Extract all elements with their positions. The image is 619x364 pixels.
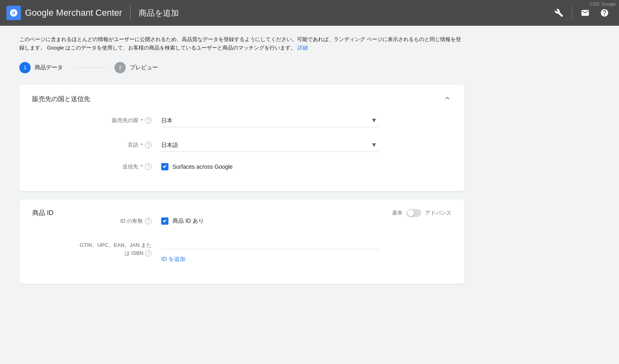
- add-id-link[interactable]: ID を追加: [161, 256, 185, 263]
- has-id-label: ID の有無 ?: [32, 217, 161, 225]
- language-select[interactable]: 日本語: [161, 139, 379, 152]
- destination-collapse-button[interactable]: [443, 94, 451, 104]
- gtin-input[interactable]: [161, 236, 379, 249]
- has-id-checkbox[interactable]: [161, 217, 168, 225]
- language-row: 言語* ? 日本語 ▼: [32, 139, 451, 152]
- country-select-wrapper: 日本 ▼: [161, 114, 379, 127]
- destination-card-header: 販売先の国と送信先: [32, 94, 451, 104]
- gtin-label-line2: は ISBN ?: [125, 250, 152, 257]
- app-name: Google Merchant Center: [25, 8, 122, 18]
- has-id-checkbox-row: 商品 ID あり: [161, 217, 379, 225]
- step-1-circle: 1: [19, 62, 31, 73]
- has-id-row: ID の有無 ? 商品 ID あり: [32, 217, 451, 225]
- language-label: 言語* ?: [32, 141, 161, 149]
- has-id-control: 商品 ID あり: [161, 217, 379, 225]
- toggle-group: 基本 アドバンス: [392, 209, 451, 217]
- country-control: 日本 ▼: [161, 114, 379, 127]
- gtin-info-icon[interactable]: ?: [145, 250, 152, 256]
- destination-control: Surfaces across Google: [161, 163, 379, 170]
- header-divider: [130, 6, 131, 20]
- destination-label: 送信先* ?: [32, 163, 161, 170]
- toggle-switch[interactable]: [407, 209, 421, 217]
- step-2-circle: 2: [114, 62, 126, 73]
- step-2: 2 プレビュー: [114, 62, 158, 73]
- product-id-card-header: 商品 ID 基本 アドバンス: [32, 209, 451, 217]
- main-content: このページに含まれるほとんどの情報がユーザーに公開されるため、高品質なデータを登…: [0, 26, 484, 302]
- product-id-card-title: 商品 ID: [32, 209, 53, 217]
- step-1: 1 商品データ: [19, 62, 63, 73]
- has-id-info-icon[interactable]: ?: [145, 218, 152, 224]
- header-icon-divider: [572, 6, 572, 19]
- header-logo: Google Merchant Center: [6, 6, 122, 20]
- destination-info-icon[interactable]: ?: [145, 163, 152, 170]
- detail-link[interactable]: 詳細: [297, 45, 308, 51]
- gtin-control: ID を追加: [161, 236, 379, 263]
- destination-card: 販売先の国と送信先 販売先の国* ? 日本 ▼: [19, 85, 464, 191]
- app-header: Google Merchant Center 商品を追加 CSS: Google: [0, 0, 619, 26]
- language-select-wrapper: 日本語 ▼: [161, 139, 379, 152]
- step-connector: [73, 67, 105, 68]
- country-label: 販売先の国* ?: [32, 117, 161, 124]
- destination-checkbox-row: Surfaces across Google: [161, 163, 379, 170]
- gtin-label: GTIN、UPC、EAN、JAN また は ISBN ?: [32, 242, 161, 257]
- step-2-label: プレビュー: [130, 64, 158, 71]
- gtin-label-line1: GTIN、UPC、EAN、JAN また: [80, 242, 152, 249]
- language-info-icon[interactable]: ?: [145, 142, 152, 148]
- google-logo-icon: [6, 6, 21, 20]
- gtin-row: GTIN、UPC、EAN、JAN また は ISBN ? ID を追加: [32, 236, 451, 263]
- page-title: 商品を追加: [139, 8, 179, 19]
- css-label: CSS: Google: [587, 0, 619, 8]
- destination-row: 送信先* ? Surfaces across Google: [32, 163, 451, 170]
- toggle-advanced-label: アドバンス: [425, 209, 451, 217]
- country-info-icon[interactable]: ?: [145, 117, 152, 124]
- product-id-card: 商品 ID 基本 アドバンス ID の有無 ? 商品: [19, 199, 464, 284]
- destination-checkbox-label: Surfaces across Google: [172, 163, 233, 170]
- country-select[interactable]: 日本: [161, 114, 379, 127]
- has-id-checkbox-label: 商品 ID あり: [172, 217, 204, 225]
- stepper: 1 商品データ 2 プレビュー: [19, 62, 464, 73]
- language-control: 日本語 ▼: [161, 139, 379, 152]
- destination-checkbox[interactable]: [161, 163, 168, 170]
- destination-card-title: 販売先の国と送信先: [32, 95, 90, 103]
- country-row: 販売先の国* ? 日本 ▼: [32, 114, 451, 127]
- intro-text: このページに含まれるほとんどの情報がユーザーに公開されるため、高品質なデータを登…: [19, 35, 464, 52]
- wrench-icon-button[interactable]: [551, 5, 567, 21]
- step-1-label: 商品データ: [35, 64, 63, 71]
- toggle-basic-label: 基本: [392, 209, 403, 217]
